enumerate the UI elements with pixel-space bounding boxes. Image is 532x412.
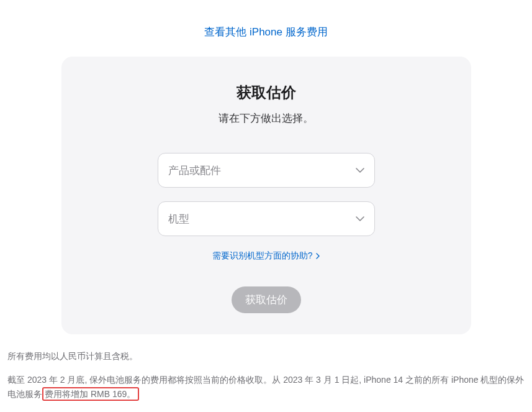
- help-link-wrapper: 需要识别机型方面的协助?: [86, 250, 446, 262]
- get-estimate-button[interactable]: 获取估价: [232, 286, 301, 313]
- product-select-placeholder: 产品或配件: [168, 163, 221, 178]
- help-link-text: 需要识别机型方面的协助?: [212, 250, 313, 260]
- footnote-highlight: 费用将增加 RMB 169。: [42, 387, 139, 401]
- footnote-line-2: 截至 2023 年 2 月底, 保外电池服务的费用都将按照当前的价格收取。从 2…: [7, 373, 525, 401]
- model-select-placeholder: 机型: [168, 212, 189, 226]
- footnote-line-1: 所有费用均以人民币计算且含税。: [7, 349, 525, 363]
- chevron-down-icon: [356, 168, 364, 173]
- identify-model-help-link[interactable]: 需要识别机型方面的协助?: [212, 250, 320, 260]
- chevron-down-icon: [356, 216, 364, 221]
- model-select-wrapper: 机型: [158, 201, 375, 236]
- other-service-fees-link[interactable]: 查看其他 iPhone 服务费用: [204, 26, 327, 38]
- model-select[interactable]: 机型: [158, 201, 375, 236]
- product-select-wrapper: 产品或配件: [158, 153, 375, 188]
- chevron-right-icon: [316, 250, 320, 260]
- product-select[interactable]: 产品或配件: [158, 153, 375, 188]
- footnote: 所有费用均以人民币计算且含税。 截至 2023 年 2 月底, 保外电池服务的费…: [0, 334, 532, 401]
- estimate-card: 获取估价 请在下方做出选择。 产品或配件 机型 需要识别机型方面的协助? 获取估…: [61, 57, 471, 334]
- top-link-wrapper: 查看其他 iPhone 服务费用: [0, 0, 532, 57]
- card-subtitle: 请在下方做出选择。: [86, 111, 446, 126]
- card-title: 获取估价: [86, 83, 446, 103]
